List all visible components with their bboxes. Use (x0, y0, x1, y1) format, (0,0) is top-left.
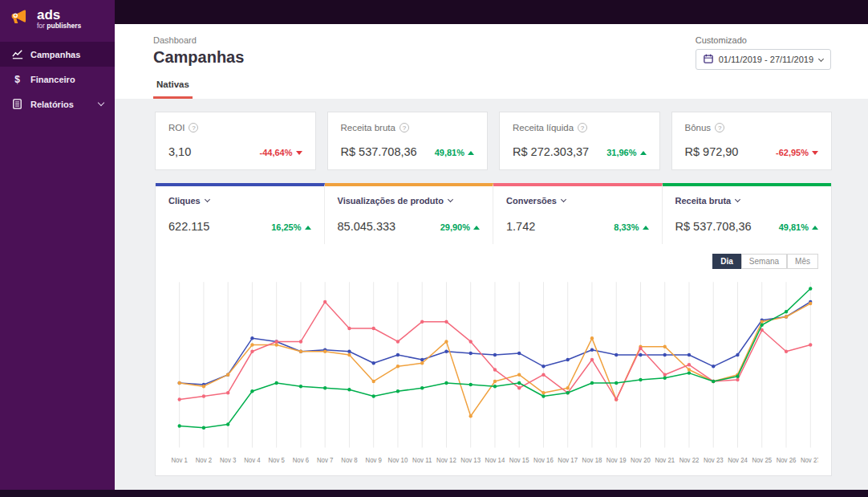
kpi-value: 3,10 (168, 145, 191, 158)
period-toggle: Dia Semana Mês (168, 254, 818, 269)
arrow-up-icon (468, 151, 474, 155)
metric-dropdown-visualizacoes[interactable]: Visualizações de produto (338, 196, 481, 206)
chevron-down-icon (561, 197, 566, 202)
metric-delta: 8,33% (614, 222, 648, 232)
date-filter-label: Customizado (696, 35, 831, 45)
logo-text: ads for publishers (37, 9, 81, 30)
kpi-delta: -62,95% (776, 148, 818, 157)
svg-text:Nov 17: Nov 17 (558, 457, 578, 464)
tab-nativas[interactable]: Nativas (153, 79, 193, 99)
svg-text:Nov 10: Nov 10 (388, 457, 408, 464)
sidebar-item-relatorios[interactable]: Relatórios (0, 92, 115, 116)
svg-text:Nov 3: Nov 3 (220, 457, 237, 464)
svg-text:Nov 5: Nov 5 (268, 457, 285, 464)
metric-value: 85.045.333 (338, 220, 396, 233)
page-header: Dashboard Campanhas Customizado 01/11/20… (115, 24, 868, 99)
kpi-value: R$ 537.708,36 (341, 145, 417, 158)
kpi-label: ROI? (168, 123, 302, 132)
arrow-up-icon (643, 226, 649, 230)
tab-bar: Nativas (153, 79, 829, 99)
metric-dropdown-receita-bruta[interactable]: Receita bruta (675, 196, 819, 206)
metric-col-visualizacoes: Visualizações de produto 85.045.333 29,9… (325, 183, 494, 244)
arrow-up-icon (640, 151, 647, 155)
footer-strip (0, 490, 868, 497)
kpi-card-bonus: Bônus? R$ 972,90 -62,95% (671, 112, 833, 170)
sidebar-item-label: Campanhas (30, 50, 80, 59)
chevron-down-icon (98, 100, 104, 106)
svg-text:Nov 11: Nov 11 (412, 457, 432, 464)
metric-selector-row: Cliques 622.115 16,25% Visualizações de … (156, 183, 831, 244)
svg-text:Nov 4: Nov 4 (244, 457, 261, 464)
svg-text:Nov 22: Nov 22 (679, 457, 700, 464)
metric-col-receita-bruta: Receita bruta R$ 537.708,36 49,81% (663, 183, 832, 244)
megaphone-icon (10, 8, 31, 31)
svg-text:Nov 1: Nov 1 (171, 457, 188, 464)
app-logo[interactable]: ads for publishers (0, 0, 115, 42)
metric-value: 1.742 (506, 220, 535, 233)
svg-text:Nov 8: Nov 8 (341, 457, 358, 464)
date-range-picker[interactable]: 01/11/2019 - 27/11/2019 (696, 49, 831, 70)
svg-text:Nov 25: Nov 25 (752, 457, 772, 464)
metric-value: 622.115 (168, 220, 209, 233)
metric-dropdown-cliques[interactable]: Cliques (168, 196, 311, 206)
line-chart-icon (11, 49, 23, 59)
kpi-delta: 49,81% (435, 148, 474, 157)
svg-text:Nov 12: Nov 12 (436, 457, 456, 464)
kpi-value: R$ 972,90 (685, 145, 739, 158)
metric-dropdown-conversoes[interactable]: Conversões (506, 196, 649, 206)
arrow-up-icon (305, 226, 311, 230)
svg-text:Nov 27: Nov 27 (801, 457, 818, 464)
svg-text:Nov 24: Nov 24 (728, 457, 748, 464)
chart-area: Dia Semana Mês Nov 1Nov 2Nov 3Nov 4Nov 5… (156, 244, 831, 475)
question-circle-icon[interactable]: ? (400, 123, 409, 132)
svg-text:Nov 15: Nov 15 (509, 457, 529, 464)
kpi-label: Receita bruta? (341, 123, 475, 132)
dollar-icon: $ (11, 74, 23, 85)
kpi-delta: -44,64% (260, 148, 302, 157)
question-circle-icon[interactable]: ? (578, 123, 587, 132)
arrow-up-icon (473, 226, 480, 230)
app-window: ads for publishers Campanhas $ Financeir… (0, 0, 868, 490)
logo-line2: for publishers (37, 22, 81, 30)
chevron-down-icon (448, 197, 453, 202)
kpi-label: Bônus? (685, 123, 819, 132)
svg-text:Nov 7: Nov 7 (317, 457, 334, 464)
sidebar-item-campanhas[interactable]: Campanhas (0, 42, 115, 67)
svg-text:Nov 23: Nov 23 (704, 457, 724, 464)
kpi-delta: 31,96% (606, 148, 646, 157)
metric-col-cliques: Cliques 622.115 16,25% (156, 183, 325, 244)
date-range-value: 01/11/2019 - 27/11/2019 (719, 55, 813, 64)
question-circle-icon[interactable]: ? (715, 123, 724, 132)
toggle-dia[interactable]: Dia (712, 254, 741, 269)
sidebar-item-financeiro[interactable]: $ Financeiro (0, 67, 115, 92)
toggle-semana[interactable]: Semana (741, 254, 787, 269)
arrow-down-icon (296, 151, 302, 155)
date-filter: Customizado 01/11/2019 - 27/11/2019 (696, 35, 831, 70)
svg-text:Nov 2: Nov 2 (196, 457, 213, 464)
svg-text:Nov 16: Nov 16 (533, 457, 554, 464)
svg-text:Nov 13: Nov 13 (460, 457, 481, 464)
content: ROI? 3,10 -44,64% Receita bruta? R$ 537.… (115, 99, 868, 490)
main-area: Dashboard Campanhas Customizado 01/11/20… (115, 0, 868, 490)
top-bar (115, 0, 868, 24)
metric-delta: 16,25% (271, 222, 310, 232)
sidebar-item-label: Relatórios (30, 100, 74, 109)
chevron-down-icon (818, 55, 824, 61)
logo-line1: ads (37, 9, 81, 22)
chevron-down-icon (205, 197, 210, 202)
svg-text:Nov 18: Nov 18 (582, 457, 602, 464)
question-circle-icon[interactable]: ? (189, 123, 198, 132)
kpi-row: ROI? 3,10 -44,64% Receita bruta? R$ 537.… (155, 112, 832, 170)
metric-delta: 49,81% (779, 222, 818, 232)
arrow-up-icon (812, 226, 818, 230)
arrow-down-icon (812, 151, 818, 155)
svg-text:Nov 14: Nov 14 (485, 457, 505, 464)
svg-text:Nov 21: Nov 21 (655, 457, 675, 464)
svg-text:Nov 20: Nov 20 (631, 457, 651, 464)
svg-text:Nov 26: Nov 26 (777, 457, 797, 464)
toggle-mes[interactable]: Mês (787, 254, 818, 269)
chart-panel: Cliques 622.115 16,25% Visualizações de … (155, 183, 832, 476)
sidebar-nav: Campanhas $ Financeiro Relatórios (0, 42, 115, 116)
metric-delta: 29,90% (440, 222, 480, 232)
metric-col-conversoes: Conversões 1.742 8,33% (493, 183, 663, 244)
